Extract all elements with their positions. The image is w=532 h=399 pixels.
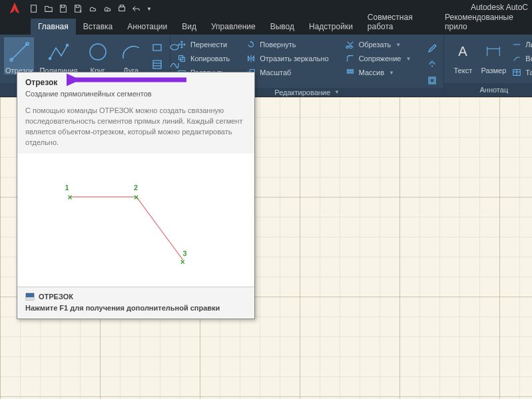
tool-dimension[interactable]: Размер xyxy=(479,37,508,74)
svg-text:×: × xyxy=(134,193,138,202)
cmd-fillet[interactable]: Сопряжение▼ xyxy=(343,53,413,65)
tooltip-description: С помощью команды ОТРЕЗОК можно создать … xyxy=(17,106,254,154)
tab-manage[interactable]: Управление xyxy=(204,19,263,35)
trim-icon xyxy=(345,39,356,50)
linear-dim-icon xyxy=(511,39,522,50)
cloud-save-icon[interactable] xyxy=(101,3,113,15)
text-icon: A xyxy=(449,39,476,65)
cmd-table[interactable]: Таб xyxy=(509,66,532,78)
tool-text[interactable]: A Текст xyxy=(448,37,477,74)
tab-annotate[interactable]: Аннотации xyxy=(120,19,174,35)
ribbon-tabs: Главная Вставка Аннотации Вид Управление… xyxy=(0,17,532,35)
cmd-copy[interactable]: Копировать xyxy=(174,53,232,65)
tool-line[interactable]: Отрезок xyxy=(4,37,34,74)
table-icon xyxy=(511,67,522,78)
cmd-move[interactable]: Перенести xyxy=(174,39,232,51)
tool-dimension-label: Размер xyxy=(481,66,506,74)
svg-point-24 xyxy=(352,72,354,74)
saveas-icon[interactable] xyxy=(72,3,84,15)
line-icon xyxy=(6,39,33,65)
tool-text-label: Текст xyxy=(453,66,472,74)
pt1-label: 1 xyxy=(65,184,69,192)
copy-icon xyxy=(176,53,187,64)
cmd-rotate[interactable]: Повернуть xyxy=(244,39,330,51)
tab-addins[interactable]: Надстройки xyxy=(302,19,360,35)
pt3-label: 3 xyxy=(183,249,187,257)
cmd-trim[interactable]: Обрезать▼ xyxy=(343,39,413,51)
app-logo[interactable] xyxy=(4,0,25,17)
tool-polyline[interactable]: Полилиния xyxy=(38,37,79,74)
tooltip-subtitle: Создание прямолинейных сегментов xyxy=(25,90,246,98)
cloud-open-icon[interactable] xyxy=(87,3,99,15)
cmd-explode-icon[interactable] xyxy=(425,57,439,71)
panel-annotation-title[interactable]: Аннотац xyxy=(444,83,532,96)
plot-icon[interactable] xyxy=(116,3,128,15)
svg-point-20 xyxy=(349,69,351,71)
svg-point-21 xyxy=(352,69,354,71)
fillet-icon xyxy=(345,53,356,64)
polyline-icon xyxy=(45,39,72,65)
rotate-icon xyxy=(246,39,256,50)
cmd-erase-icon[interactable] xyxy=(425,40,439,55)
app-title: Autodesk AutoC xyxy=(471,3,528,12)
tooltip-illustration: 1 × 2 × 3 × xyxy=(17,154,254,287)
move-icon xyxy=(176,39,187,50)
svg-point-22 xyxy=(347,72,349,74)
tab-home[interactable]: Главная xyxy=(31,19,76,35)
svg-point-23 xyxy=(349,72,351,74)
tab-output[interactable]: Вывод xyxy=(263,19,302,35)
tab-collab[interactable]: Совместная работа xyxy=(360,9,437,35)
cmd-offset-icon[interactable] xyxy=(425,73,439,88)
circle-icon xyxy=(85,39,111,65)
cmd-scale[interactable]: Масштаб xyxy=(244,66,330,78)
svg-rect-26 xyxy=(430,78,434,82)
array-icon xyxy=(345,67,356,78)
arc-icon xyxy=(118,39,144,65)
cmd-array[interactable]: Массив▼ xyxy=(343,66,413,78)
svg-rect-1 xyxy=(119,7,125,11)
tooltip-line: Отрезок Создание прямолинейных сегментов… xyxy=(17,72,255,319)
tab-featured[interactable]: Рекомендованные прило xyxy=(437,9,532,35)
new-icon[interactable] xyxy=(28,3,40,15)
svg-rect-11 xyxy=(153,61,161,68)
tooltip-help: Нажмите F1 для получения дополнительной … xyxy=(25,303,246,313)
tooltip-command: ОТРЕЗОК xyxy=(25,293,246,301)
command-icon xyxy=(25,293,35,301)
svg-point-8 xyxy=(90,44,106,60)
svg-text:×: × xyxy=(68,193,73,202)
svg-rect-0 xyxy=(31,5,37,13)
dimension-icon xyxy=(480,39,507,65)
tool-circle[interactable]: Круг xyxy=(83,37,113,74)
save-icon[interactable] xyxy=(57,3,69,15)
annotation-arrow xyxy=(67,72,193,88)
mirror-icon xyxy=(246,53,256,64)
cmd-leader[interactable]: Вы xyxy=(509,53,532,65)
tool-hatch-icon[interactable] xyxy=(150,57,164,72)
undo-icon[interactable] xyxy=(131,3,142,15)
svg-rect-9 xyxy=(153,45,161,51)
tool-arc[interactable]: Дуга xyxy=(117,37,146,74)
svg-text:×: × xyxy=(180,257,185,266)
svg-line-3 xyxy=(11,44,27,60)
svg-point-19 xyxy=(347,69,349,71)
pt2-label: 2 xyxy=(134,184,138,192)
tab-insert[interactable]: Вставка xyxy=(76,19,121,35)
svg-line-38 xyxy=(136,197,183,259)
cmd-mirror[interactable]: Отразить зеркально xyxy=(244,53,330,65)
tool-rectangle-icon[interactable] xyxy=(150,40,164,55)
leader-icon xyxy=(511,53,522,64)
cmd-linear[interactable]: Ли xyxy=(509,39,532,51)
svg-rect-43 xyxy=(26,297,34,300)
tab-view[interactable]: Вид xyxy=(174,19,204,35)
panel-annotation: A Текст Размер Ли Вы Таб Аннотац xyxy=(444,35,532,96)
svg-text:A: A xyxy=(459,44,468,59)
open-icon[interactable] xyxy=(43,3,55,15)
undo-dropdown-icon[interactable]: ▼ xyxy=(146,6,152,12)
svg-rect-2 xyxy=(120,5,123,7)
